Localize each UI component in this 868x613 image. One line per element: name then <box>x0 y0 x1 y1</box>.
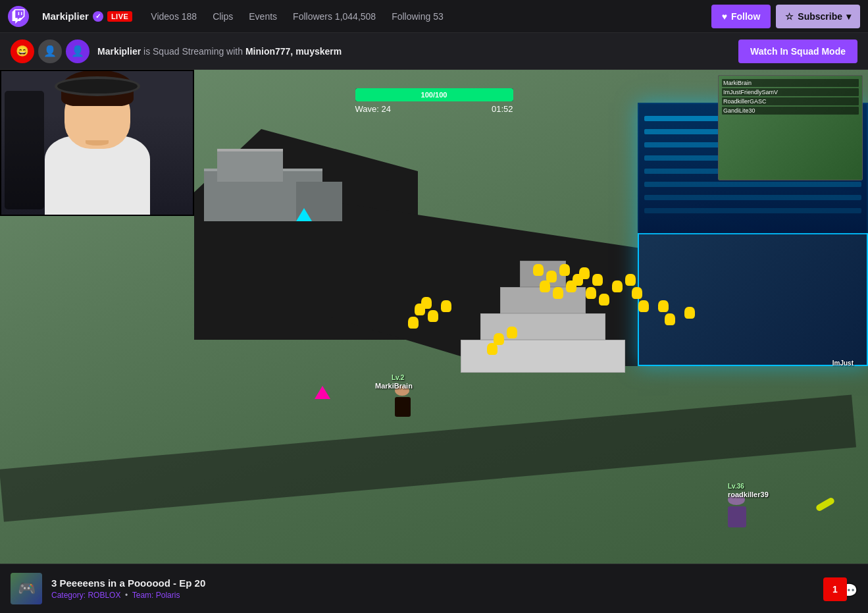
minion-11 <box>553 287 563 299</box>
minion-3 <box>408 317 419 329</box>
wave-label: Wave: 24 <box>355 104 391 114</box>
minion-8 <box>559 264 570 276</box>
video-area[interactable]: Lv.2 MarkiBrain ImJust Lv.36 roadkiller3… <box>0 70 868 613</box>
minion-20 <box>638 300 649 312</box>
minimap-players: MarkiBrain ImJustFriendlySamV Roadkiller… <box>722 79 859 116</box>
squad-text: Markiplier is Squad Streaming with Minio… <box>97 46 342 57</box>
nav-followers[interactable]: Followers 1,044,508 <box>293 11 376 22</box>
minion-22 <box>507 327 517 338</box>
stream-thumbnail: 🎮 <box>11 573 42 604</box>
minion-4 <box>441 300 451 312</box>
timer-label: 01:52 <box>492 104 513 114</box>
player-lv-badge: Lv.2 <box>392 374 404 381</box>
webcam-overlay <box>0 70 194 216</box>
headphones <box>55 76 140 96</box>
enemy-lv-badge: Lv.36 <box>728 483 744 490</box>
grey-buildings <box>204 149 349 254</box>
team-label: Team: <box>132 591 154 600</box>
minimap-player-1: MarkiBrain <box>722 79 859 87</box>
nav-clips[interactable]: Clips <box>213 11 233 22</box>
follow-button[interactable]: ♥ Follow <box>711 5 771 28</box>
player-name-label: MarkiBrain <box>375 382 413 390</box>
nav-events[interactable]: Events <box>249 11 277 22</box>
minion-23 <box>487 343 498 355</box>
minion-6 <box>533 264 544 276</box>
main-content: Lv.2 MarkiBrain ImJust Lv.36 roadkiller3… <box>0 70 868 613</box>
bottom-bar: 🎮 3 Peeeeens in a Poooood - Ep 20 Catego… <box>0 564 868 613</box>
head <box>64 83 130 149</box>
minion-10 <box>540 280 550 292</box>
minion-18 <box>625 274 636 286</box>
avatar-minion777[interactable]: 👤 <box>38 40 62 63</box>
heart-icon: ♥ <box>722 11 727 22</box>
squad-text-middle: is Squad Streaming with <box>143 46 245 57</box>
category-value[interactable]: ROBLOX <box>88 591 120 600</box>
nav-videos[interactable]: Videos 188 <box>151 11 197 22</box>
avatar-markiplier[interactable]: 😄 <box>11 40 34 63</box>
webcam-content <box>1 71 193 215</box>
avatar-image-markiplier: 😄 <box>12 41 33 62</box>
enemy-name-label: roadkiller39 <box>728 491 769 498</box>
live-badge: LIVE <box>107 11 132 22</box>
health-bar-text: 100/100 <box>421 91 447 99</box>
minion-26 <box>684 307 695 319</box>
streamer-name-block: Markiplier ✓ LIVE <box>42 11 132 22</box>
player-character-markibrain: Lv.2 MarkiBrain <box>395 386 411 417</box>
magenta-arrow-indicator <box>315 386 330 399</box>
squad-partner-names: Minion777, muyskerm <box>245 46 342 57</box>
minion-14 <box>592 274 603 286</box>
chat-button[interactable]: 1 💬 <box>840 583 857 600</box>
minion-19 <box>632 287 642 299</box>
minion-13 <box>579 267 590 279</box>
enemy-roadkiller39: Lv.36 roadkiller39 <box>728 494 746 527</box>
nav-actions: ♥ Follow ☆ Subscribe ▾ <box>711 5 860 28</box>
nav-links: Videos 188 Clips Events Followers 1,044,… <box>151 11 443 22</box>
mouth-smile <box>86 140 109 146</box>
streamer-name-text[interactable]: Markiplier <box>42 11 89 22</box>
minimap-inner: MarkiBrain ImJustFriendlySamV Roadkiller… <box>719 76 862 180</box>
minimap-player-4: GandiLite30 <box>722 107 859 115</box>
minimap: MarkiBrain ImJustFriendlySamV Roadkiller… <box>718 75 863 180</box>
cyan-arrow-indicator <box>296 208 312 221</box>
minimap-player-2: ImJustFriendlySamV <box>722 88 859 96</box>
minion-16 <box>599 294 609 306</box>
watch-squad-mode-button[interactable]: Watch In Squad Mode <box>738 40 857 63</box>
minion-25 <box>665 313 675 325</box>
top-navigation: Markiplier ✓ LIVE Videos 188 Clips Event… <box>0 0 868 33</box>
category-label: Category: <box>51 591 86 600</box>
game-wave-info: Wave: 24 01:52 <box>355 104 513 114</box>
verified-icon: ✓ <box>93 11 103 22</box>
health-bar-container: 100/100 Wave: 24 01:52 <box>355 88 513 114</box>
chevron-down-icon: ▾ <box>846 11 851 22</box>
person-container <box>32 83 163 215</box>
minion-12 <box>566 280 576 292</box>
squad-avatars: 😄 👤 👤 <box>11 40 89 63</box>
health-bar: 100/100 <box>355 88 513 101</box>
avatar-image-minion777: 👤 <box>39 41 61 62</box>
minion-24 <box>658 300 669 312</box>
minion-15 <box>586 287 596 299</box>
squad-bar: 😄 👤 👤 Markiplier is Squad Streaming with… <box>0 33 868 70</box>
imjust-label: ImJust <box>832 360 854 367</box>
stream-meta: Category: ROBLOX • Team: Polaris <box>51 591 205 600</box>
minion-5 <box>421 297 432 309</box>
avatar-image-muyskerm: 👤 <box>67 41 88 62</box>
notification-badge: 1 <box>823 577 847 601</box>
nav-following[interactable]: Following 53 <box>392 11 444 22</box>
avatar-muyskerm[interactable]: 👤 <box>66 40 89 63</box>
squad-streamer-name: Markiplier <box>97 46 141 57</box>
minimap-player-3: RoadkillerGASC <box>722 97 859 105</box>
star-icon: ☆ <box>785 11 794 22</box>
minion-17 <box>612 280 623 292</box>
stream-info: 3 Peeeeens in a Poooood - Ep 20 Category… <box>51 577 205 600</box>
minion-2 <box>428 310 438 322</box>
team-value[interactable]: Polaris <box>156 591 180 600</box>
stream-title: 3 Peeeeens in a Poooood - Ep 20 <box>51 577 205 589</box>
subscribe-button[interactable]: ☆ Subscribe ▾ <box>776 5 860 28</box>
twitch-logo[interactable] <box>8 6 29 27</box>
